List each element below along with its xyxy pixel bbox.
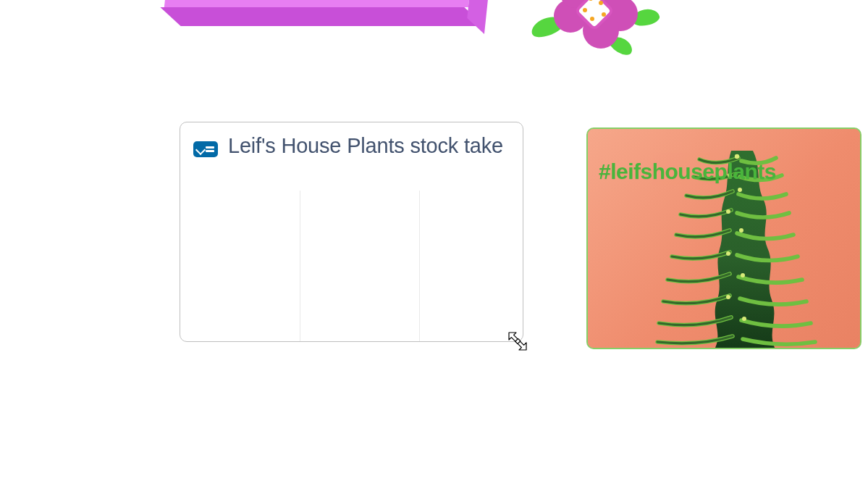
resize-nwse-cursor-icon (507, 331, 528, 351)
decor-box-bottom (160, 7, 484, 26)
hashtag-overlay: #leifshouseplants (599, 159, 776, 184)
svg-point-3 (735, 154, 739, 159)
svg-point-11 (742, 317, 746, 321)
svg-point-9 (741, 273, 745, 277)
image-card[interactable]: #leifshouseplants (586, 128, 861, 349)
column-divider (300, 191, 300, 341)
flower-dot-icon (583, 8, 587, 12)
svg-point-7 (739, 228, 743, 233)
decor-box (163, 0, 475, 22)
card-header: Leif's House Plants stock take (180, 122, 523, 191)
svg-point-5 (738, 188, 742, 192)
decor-flower (547, 0, 644, 54)
decor-box-front (164, 0, 474, 7)
decor-box-side (467, 0, 492, 34)
flower-dot-icon (590, 17, 594, 21)
column-divider (419, 191, 420, 341)
board-card[interactable]: Leif's House Plants stock take (180, 122, 523, 342)
card-columns (180, 191, 523, 341)
flower-dot-icon (599, 1, 603, 5)
card-title: Leif's House Plants stock take (228, 134, 503, 158)
checklist-icon (193, 141, 218, 157)
flower-dot-icon (602, 12, 606, 17)
svg-point-8 (726, 251, 730, 256)
svg-point-10 (726, 295, 730, 299)
svg-point-6 (726, 209, 730, 214)
